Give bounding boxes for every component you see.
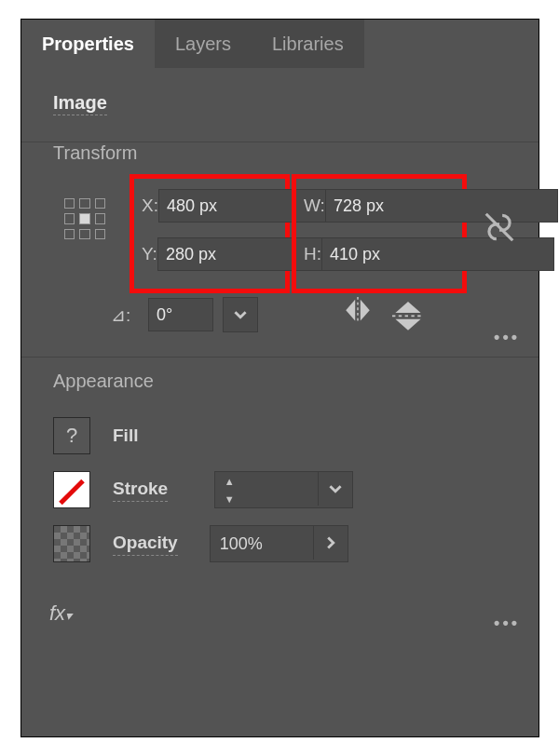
stroke-value[interactable]	[243, 472, 318, 507]
stroke-step-up-icon[interactable]: ▲	[215, 472, 243, 490]
fx-button[interactable]: fx▾	[49, 601, 72, 626]
flip-vertical-icon[interactable]	[392, 297, 424, 329]
stroke-width-control[interactable]: ▲ ▼	[214, 471, 353, 508]
wh-highlight-box: W: H:	[292, 174, 467, 293]
stroke-dropdown[interactable]	[318, 472, 352, 506]
reference-point-grid[interactable]	[64, 198, 105, 239]
rotation-row: ⊿:	[111, 297, 258, 332]
transform-section: Transform X: Y: W: H:	[21, 142, 539, 358]
flip-horizontal-icon[interactable]	[342, 297, 374, 329]
stroke-stepper[interactable]: ▲ ▼	[215, 472, 243, 507]
transform-title: Transform	[53, 142, 137, 164]
rotation-dropdown[interactable]	[223, 297, 258, 332]
link-wh-icon[interactable]	[482, 209, 517, 245]
stroke-step-down-icon[interactable]: ▼	[215, 490, 243, 507]
opacity-label: Opacity	[113, 533, 178, 556]
h-label: H:	[304, 244, 321, 264]
flip-group	[342, 297, 424, 329]
rotation-input[interactable]	[148, 298, 213, 331]
fx-label: fx	[49, 601, 65, 625]
opacity-value[interactable]: 100%	[211, 526, 313, 561]
stroke-row: Stroke ▲ ▼	[53, 463, 507, 517]
tab-bar: Properties Layers Libraries	[21, 20, 539, 68]
appearance-section: Appearance ? Fill Stroke ▲ ▼ Opacity	[21, 358, 539, 650]
fill-swatch[interactable]: ?	[53, 417, 90, 454]
fill-row: ? Fill	[53, 409, 507, 463]
x-label: X:	[142, 196, 158, 216]
opacity-row: Opacity 100%	[53, 517, 507, 571]
object-type-row: Image	[21, 68, 539, 130]
stroke-swatch[interactable]	[53, 471, 90, 508]
xy-highlight-box: X: Y:	[130, 174, 290, 293]
tab-properties[interactable]: Properties	[21, 20, 155, 68]
w-label: W:	[304, 196, 325, 216]
opacity-control[interactable]: 100%	[210, 525, 348, 562]
object-type-label: Image	[53, 92, 107, 115]
stroke-label: Stroke	[113, 479, 168, 502]
appearance-title: Appearance	[53, 371, 507, 392]
h-input[interactable]	[321, 237, 554, 271]
transform-more-icon[interactable]: •••	[494, 328, 520, 347]
opacity-flyout[interactable]	[313, 526, 348, 560]
appearance-more-icon[interactable]: •••	[494, 614, 520, 633]
angle-icon: ⊿:	[111, 304, 139, 326]
properties-panel: Properties Layers Libraries Image Transf…	[20, 19, 539, 737]
y-label: Y:	[142, 244, 157, 264]
tab-layers[interactable]: Layers	[155, 20, 252, 68]
opacity-swatch[interactable]	[53, 525, 90, 562]
tab-libraries[interactable]: Libraries	[252, 20, 364, 68]
w-input[interactable]	[325, 189, 558, 223]
fill-label: Fill	[113, 425, 138, 446]
